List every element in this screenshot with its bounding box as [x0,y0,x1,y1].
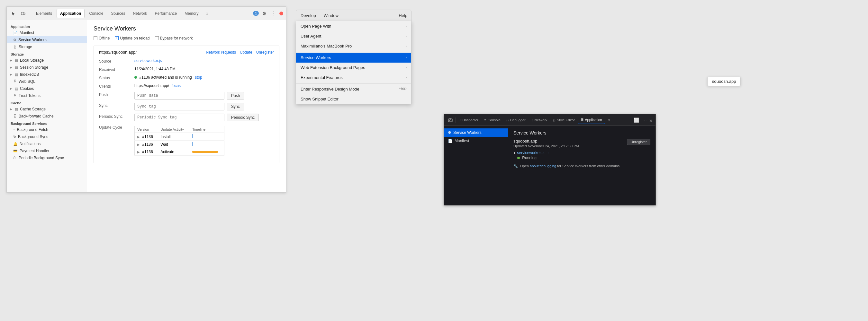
ff-sidebar-item-manifest[interactable]: 📄 Manifest [444,137,508,145]
ff-source-dot: ● [514,150,516,155]
update-on-reload-option[interactable]: Update on reload [115,36,150,40]
ff-about-debugging-link[interactable]: about:debugging [530,164,556,168]
sidebar-item-local-storage[interactable]: ▶ ▤ Local Storage [7,57,87,64]
stop-link[interactable]: stop [195,75,202,80]
tab-console[interactable]: Console [86,9,106,18]
ff-dots-btn[interactable]: ⋯ [641,116,648,124]
ff-tab-inspector[interactable]: ◻ Inspector [457,116,481,124]
periodic-sync-input[interactable] [134,114,224,121]
sync-input[interactable] [134,103,224,110]
tab-sources[interactable]: Sources [108,9,128,18]
tab-elements[interactable]: Elements [33,9,55,18]
ff-tab-application[interactable]: ⊞ Application [578,116,605,124]
notifications-icon: 🔔 [13,142,18,146]
focus-link[interactable]: focus [172,83,181,88]
sync-label: Sync [99,103,134,108]
svg-rect-1 [24,13,25,14]
menu-item-snippet-editor[interactable]: Show Snippet Editor [296,94,411,104]
tab-performance[interactable]: Performance [151,9,180,18]
more-menu-btn[interactable]: ⋮ [270,9,278,17]
offline-checkbox[interactable] [94,36,97,40]
ff-source-file-link[interactable]: serviceworker.js → [517,150,550,155]
update-link[interactable]: Update [240,50,252,55]
sidebar-item-session-storage[interactable]: ▶ ▤ Session Storage [7,64,87,71]
sync-input-row: Sync [134,103,244,110]
tab-network[interactable]: Network [129,9,150,18]
menu-item-macbook[interactable]: Maximiliano's MacBook Pro › [296,41,411,51]
timeline-cell [190,141,224,148]
network-requests-link[interactable]: Network requests [206,50,236,55]
menu-help[interactable]: Help [399,13,407,18]
periodic-sync-input-row: Periodic Sync [134,114,259,121]
sidebar-item-back-forward-cache[interactable]: 🗄 Back-forward Cache [7,113,87,120]
sw-entry: https://squoosh.app/ Network requests Up… [94,45,279,163]
sidebar-item-background-fetch[interactable]: ↑ Background Fetch [7,126,87,133]
web-sql-icon: 🗄 [13,80,17,83]
push-input-row: Push [134,92,244,100]
update-cycle-table: Version Update Activity Timeline ▶ #1136 [134,126,224,156]
version-arrow-icon: ▶ [137,135,140,139]
bypass-for-network-checkbox[interactable] [155,36,159,40]
sidebar-item-indexeddb[interactable]: ▶ ▤ IndexedDB [7,71,87,78]
sidebar-item-background-sync[interactable]: ↻ Background Sync [7,133,87,140]
sidebar-item-service-workers[interactable]: ⚙ Service Workers [7,36,87,43]
sidebar-item-trust-tokens[interactable]: 🗄 Trust Tokens [7,92,87,99]
sidebar-item-web-sql[interactable]: 🗄 Web SQL [7,78,87,85]
sidebar-item-cache-storage[interactable]: ▶ ▤ Cache Storage [7,106,87,113]
unregister-link[interactable]: Unregister [256,50,274,55]
col-version: Version [135,126,158,133]
ff-unregister-button[interactable]: Unregister [627,139,650,145]
ff-more-tabs-btn[interactable]: » [606,116,613,124]
arrow-icon: ▶ [10,59,12,62]
source-file-link[interactable]: serviceworker.js [134,59,162,63]
ff-tab-network[interactable]: ↕ Network [529,116,550,124]
ff-tab-console[interactable]: ≡ Console [482,116,503,124]
menu-item-responsive-design[interactable]: Enter Responsive Design Mode ^⌘R [296,84,411,94]
update-cycle-label: Update Cycle [99,124,134,130]
menu-item-open-page-with[interactable]: Open Page With › [296,21,411,31]
sync-button[interactable]: Sync [227,103,244,110]
offline-option[interactable]: Offline [94,36,110,40]
submenu-arrow-icon: › [406,76,407,79]
periodic-sync-button[interactable]: Periodic Sync [227,114,259,121]
menu-item-user-agent[interactable]: User Agent › [296,31,411,41]
tab-more[interactable]: » [203,9,212,18]
menu-item-experimental[interactable]: Experimental Features › [296,73,411,82]
update-on-reload-checkbox[interactable] [115,36,119,40]
settings-btn[interactable]: ⚙ [260,9,269,17]
close-btn[interactable] [279,11,283,15]
tab-application[interactable]: Application [57,9,85,18]
ff-tab-debugger[interactable]: {} Debugger [504,116,528,124]
status-label: Status [99,75,134,80]
content-title: Service Workers [94,25,279,32]
tab-memory[interactable]: Memory [181,9,202,18]
menu-develop[interactable]: Develop [300,13,317,18]
sidebar-item-periodic-bg-sync[interactable]: ⏱ Periodic Background Sync [7,154,87,162]
sidebar-item-cookies[interactable]: ▶ ▤ Cookies [7,85,87,92]
cursor-icon-btn[interactable] [9,9,18,17]
sidebar-item-manifest[interactable]: 📄 Manifest [7,29,87,36]
sidebar-item-payment-handler[interactable]: 💳 Payment Handler [7,147,87,154]
firefox-devtools: ◻ Inspector ≡ Console {} Debugger ↕ Netw… [444,114,656,206]
sidebar-item-notifications[interactable]: 🔔 Notifications [7,140,87,147]
ff-sidebar-item-service-workers[interactable]: ⚙ Service Workers [444,129,508,137]
ff-tab-style-editor[interactable]: {} Style Editor [551,116,578,124]
ff-close-btn[interactable]: ✕ [649,118,653,122]
bypass-for-network-option[interactable]: Bypass for network [155,36,193,40]
content-area: Service Workers Offline Update on reload… [87,20,286,192]
arrow-icon: ▶ [10,73,12,76]
sidebar-item-storage[interactable]: 🗄 Storage [7,43,87,50]
push-button[interactable]: Push [227,92,244,100]
sidebar-section-storage: Storage [7,50,87,57]
menu-item-web-ext-bg[interactable]: Web Extension Background Pages › [296,63,411,73]
menu-window[interactable]: Window [323,13,339,18]
trust-tokens-icon: 🗄 [13,94,17,98]
submenu-arrow-icon: › [406,66,407,69]
arrow-icon: ▶ [10,87,12,90]
menu-item-service-workers[interactable]: Service Workers › [296,52,411,63]
device-icon-btn[interactable] [19,9,27,17]
push-input[interactable] [134,92,224,100]
ff-toolbar: ◻ Inspector ≡ Console {} Debugger ↕ Netw… [444,114,655,126]
ff-expand-btn[interactable]: ⬜ [632,116,640,124]
ff-camera-btn[interactable] [446,116,454,124]
